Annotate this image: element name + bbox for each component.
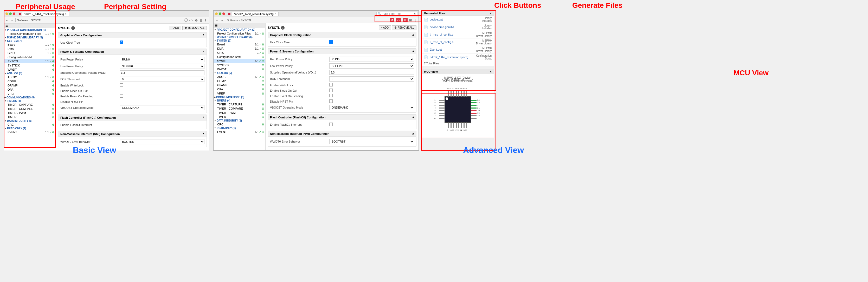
- r-sidebar-item-dma[interactable]: DMA 1/1 ✓ ⊕: [214, 46, 265, 50]
- nrst-checkbox[interactable]: [120, 100, 123, 103]
- sidebar-item-system[interactable]: ▼ SYSTEM (7): [4, 39, 56, 43]
- sidebar-item-timer[interactable]: TIMER ⊕: [4, 115, 56, 119]
- r-sidebar-item-timer-compare[interactable]: TIMER - COMPARE ⊕: [214, 106, 265, 111]
- r-sidebar-item-project-config[interactable]: ▼ PROJECT CONFIGURATION (1): [214, 28, 265, 31]
- r-sidebar-item-gpio[interactable]: GPIO 1 ✓ ⊕: [214, 50, 265, 55]
- sidebar-item-wwdt[interactable]: WWDT ⊕: [4, 68, 56, 72]
- r-sidebar-item-analog[interactable]: ▼ ANALOG (5): [214, 71, 265, 75]
- sidebar-item-opa[interactable]: OPA ⊕: [4, 87, 56, 92]
- flashctl-interrupt-checkbox[interactable]: [120, 123, 123, 126]
- r-use-clock-tree-checkbox[interactable]: [329, 40, 333, 44]
- r-sidebar-item-systick[interactable]: SYSTICK ⊕: [214, 63, 265, 67]
- r-write-lock-checkbox[interactable]: [329, 83, 333, 86]
- sidebar-item-sysctl[interactable]: SYSCTL 1/1 ✓ ⊕: [4, 59, 56, 63]
- sidebar-item-timer-pwm[interactable]: TIMER - PWM ⊕: [4, 111, 56, 115]
- sidebar-item-project-config-files[interactable]: Project Configuration Files 1/1 ✓ ⊕: [4, 32, 56, 36]
- r-more-icon[interactable]: ⋮: [413, 18, 417, 22]
- file-item-config-h[interactable]: 📄 ti_msp_dl_config.h MSPM0Driver Library: [422, 38, 494, 46]
- r-settings-icon[interactable]: ⚙: [403, 18, 408, 22]
- sidebar-item-gpamp[interactable]: GPAMP ⊕: [4, 83, 56, 87]
- r-nmi-header[interactable]: Non-Maskable Interrupt (NMI) Configurati…: [268, 131, 416, 137]
- left-tab[interactable]: *adc12_14bit_resolution.syscfg ×: [22, 12, 69, 16]
- mcu-panel-close[interactable]: ×: [490, 70, 492, 73]
- vdd-input[interactable]: [120, 70, 205, 75]
- close-window-btn[interactable]: [13, 12, 16, 15]
- vboost-select[interactable]: ONDEMAND: [120, 105, 205, 110]
- sidebar-item-project-config[interactable]: ▼ PROJECT CONFIGURATION (1): [4, 28, 56, 32]
- r-code-icon[interactable]: <>: [396, 18, 401, 22]
- r-sleep-on-exit-checkbox[interactable]: [329, 89, 333, 92]
- r-power-systems-header[interactable]: Power & Systems Configuration ∧: [268, 48, 416, 54]
- remove-all-button[interactable]: 🗑 REMOVE ALL: [182, 26, 207, 30]
- r-bor-threshold-select[interactable]: 0: [329, 76, 414, 81]
- power-systems-header[interactable]: Power & Systems Configuration ∧: [58, 49, 207, 55]
- r-nrst-checkbox[interactable]: [329, 100, 333, 103]
- clear-search-icon[interactable]: ×: [414, 12, 416, 15]
- sidebar-item-event[interactable]: EVENT 1/1 ✓ ⊕: [4, 130, 56, 134]
- left-tab-close[interactable]: ×: [65, 12, 67, 15]
- r-grid-icon[interactable]: ⊞: [409, 18, 412, 22]
- file-item-device-cmd[interactable]: 📄 device.cmd.genlibs LibraryIncludes: [422, 23, 494, 31]
- sidebar-item-board[interactable]: Board 1/1 ✓ ⊕: [4, 43, 56, 47]
- r-forward-btn[interactable]: →: [220, 18, 223, 22]
- minimize-btn[interactable]: [5, 12, 8, 15]
- r-vboost-select[interactable]: ONDEMAND: [329, 105, 414, 110]
- sidebar-item-systick[interactable]: SYSTICK ⊕: [4, 63, 56, 68]
- event-pending-checkbox[interactable]: [120, 94, 123, 98]
- maximize-btn[interactable]: [9, 12, 12, 15]
- r-sysctl-info-icon[interactable]: i: [281, 26, 285, 30]
- low-power-policy-select[interactable]: SLEEP0: [120, 64, 205, 69]
- sidebar-item-comp[interactable]: COMP ⊕: [4, 79, 56, 83]
- r-sidebar-item-system[interactable]: ▼ SYSTEM (7): [214, 39, 265, 42]
- r-sidebar-item-project-config-files[interactable]: Project Configuration Files 1/1 ✓ ⊕: [214, 31, 265, 36]
- r-low-power-policy-select[interactable]: SLEEP0: [329, 63, 414, 69]
- bor-threshold-select[interactable]: 0: [120, 77, 205, 82]
- right-window-controls[interactable]: [215, 12, 225, 15]
- r-sidebar-item-event[interactable]: EVENT 1/1 ✓ ⊕: [214, 130, 265, 134]
- r-wwdt-error-select[interactable]: BOOTRST: [329, 139, 414, 144]
- r-sidebar-item-timers[interactable]: ▼ TIMERS (4): [214, 99, 265, 102]
- r-sidebar-item-vref[interactable]: VREF ⊕: [214, 92, 265, 96]
- grid-icon[interactable]: ⊞: [199, 19, 203, 22]
- run-power-policy-select[interactable]: RUN0: [120, 57, 205, 62]
- forward-btn[interactable]: →: [10, 19, 14, 22]
- files-panel-close[interactable]: ×: [490, 12, 492, 15]
- sleep-on-exit-checkbox[interactable]: [120, 89, 123, 92]
- flash-ctrl-header[interactable]: Flash Controller (FlashCtl) Configuratio…: [58, 115, 207, 120]
- r-remove-all-button[interactable]: 🗑 REMOVE ALL: [392, 26, 416, 30]
- r-refresh-icon[interactable]: ↺: [390, 18, 394, 22]
- r-run-power-policy-select[interactable]: RUN0: [329, 57, 414, 62]
- graphical-clock-header[interactable]: Graphical Clock Configuration ∧: [58, 32, 207, 38]
- r-sidebar-item-data-integrity[interactable]: ▼ DATA INTEGRITY (1): [214, 119, 265, 122]
- more-icon[interactable]: ⋮: [204, 19, 207, 22]
- info-icon[interactable]: ⓘ: [184, 18, 188, 23]
- r-sidebar-item-timer-pwm[interactable]: TIMER - PWM ⊕: [214, 111, 265, 115]
- wwdt-error-select[interactable]: BOOTRST: [120, 139, 205, 144]
- sidebar-item-readonly[interactable]: ▼ READ-ONLY (1): [4, 127, 56, 130]
- file-item-event-dot[interactable]: 📄 Event.dot MSPM0Driver Library: [422, 46, 494, 54]
- r-sidebar-item-config-nvm[interactable]: Configuration NVM ⊕: [214, 55, 265, 59]
- sidebar-item-timers[interactable]: ▼ TIMERS (4): [4, 99, 56, 103]
- add-button[interactable]: + ADD: [169, 26, 181, 30]
- sidebar-item-communications[interactable]: ▶ COMMUNICATIONS (5): [4, 96, 56, 99]
- nmi-header[interactable]: Non-Maskable Interrupt (NMI) Configurati…: [58, 131, 207, 137]
- sidebar-item-gpio[interactable]: GPIO 1 ✓ ⊕: [4, 51, 56, 55]
- r-flash-ctrl-header[interactable]: Flash Controller (FlashCtl) Configuratio…: [268, 114, 416, 120]
- left-window-controls[interactable]: [5, 12, 16, 15]
- r-sidebar-item-wwdt[interactable]: WWDT ⊕: [214, 67, 265, 71]
- sidebar-item-config-nvm[interactable]: Configuration NVM ⊕: [4, 55, 56, 59]
- right-tab-close[interactable]: ×: [275, 12, 276, 15]
- sysctl-info-icon[interactable]: i: [71, 26, 75, 30]
- r-sidebar-item-board[interactable]: Board 1/1 ✓ ⊕: [214, 42, 265, 46]
- r-sidebar-item-comp[interactable]: COMP ⊕: [214, 79, 265, 83]
- sidebar-item-crc[interactable]: CRC ⊕: [4, 122, 56, 127]
- r-sidebar-item-timer[interactable]: TIMER ⊕: [214, 115, 265, 119]
- r-sidebar-item-sysctl[interactable]: SYSCTL 1/1 ✓ ⊕: [214, 59, 265, 63]
- r-sidebar-item-gpamp[interactable]: GPAMP ⊕: [214, 83, 265, 87]
- settings-icon[interactable]: ⚙: [195, 19, 198, 22]
- sidebar-item-analog[interactable]: ▼ ANALOG (5): [4, 72, 56, 75]
- r-sidebar-item-driver-library[interactable]: ▼ MSPM0 DRIVER LIBRARY (6): [214, 36, 265, 39]
- r-back-btn[interactable]: ←: [215, 18, 218, 22]
- back-btn[interactable]: ←: [5, 19, 9, 22]
- r-minimize-btn[interactable]: [215, 12, 218, 15]
